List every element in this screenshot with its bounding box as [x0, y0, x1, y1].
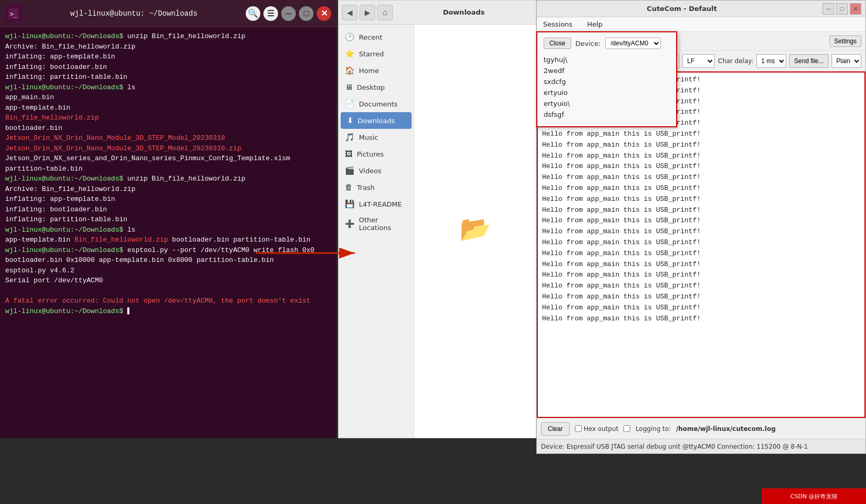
terminal-line: app-template.bin	[5, 103, 331, 113]
fm-sidebar: 🕐 Recent ⭐ Starred 🏠 Home 🖥 Desktop 📄 Do…	[339, 25, 414, 438]
sidebar-item-label: Other Locations	[359, 216, 407, 232]
cutecom-maximize-btn[interactable]: □	[836, 3, 848, 15]
fm-back-btn[interactable]: ◀	[342, 5, 357, 20]
sidebar-item-label: Videos	[359, 167, 381, 175]
sidebar-item-desktop[interactable]: 🖥 Desktop	[339, 79, 414, 95]
logging-checkbox-label[interactable]	[623, 425, 630, 432]
terminal-line: inflating: bootloader.bin	[5, 62, 331, 73]
plain-select[interactable]: Plain Hex	[832, 54, 861, 68]
terminal-line: Jetson_Orin_NX_series_and_Orin_Nano_seri…	[5, 153, 331, 164]
terminal-title: wjl-linux@ubuntu: ~/Downloads	[22, 9, 246, 18]
terminal-line: Jetson_Orin_NX_Orin_Nano_Module_3D_STEP_…	[5, 143, 331, 154]
terminal-line: inflating: bootloader.bin	[5, 205, 331, 215]
terminal-close-btn[interactable]: ✕	[317, 6, 331, 21]
lf-select[interactable]: LF CR CRLF	[682, 54, 715, 68]
music-icon: 🎵	[345, 133, 355, 142]
fm-main-area: 🕐 Recent ⭐ Starred 🏠 Home 🖥 Desktop 📄 Do…	[339, 25, 536, 438]
send-file-btn[interactable]: Send file...	[789, 54, 828, 68]
sidebar-item-other-locations[interactable]: ➕ Other Locations	[339, 212, 414, 235]
terminal-line: Bin_file_helloworld.zip	[5, 113, 331, 123]
sidebar-item-label: Pictures	[357, 150, 383, 158]
sidebar-item-documents[interactable]: 📄 Documents	[339, 95, 414, 112]
terminal-line: inflating: app-template.bin	[5, 194, 331, 205]
session-item[interactable]: ertyuio\	[544, 98, 670, 109]
terminal-line: wjl-linux@ubuntu:~/Downloads$ ls	[5, 225, 331, 235]
sessions-close-btn[interactable]: Close	[544, 38, 571, 49]
output-line: Hello from app_main this is USB_printf!	[542, 151, 860, 162]
output-line: Hello from app_main this is USB_printf!	[542, 205, 860, 216]
terminal-line: Archive: Bin_file_helloworld.zip	[5, 42, 331, 52]
logging-label: Logging to:	[635, 425, 671, 433]
terminal-line: Archive: Bin_file_helloworld.zip	[5, 184, 331, 195]
cutecom-close-btn[interactable]: ✕	[850, 3, 861, 15]
cutecom-titlebar: CuteCom - Default ─ □ ✕	[537, 1, 865, 17]
sidebar-item-label: Home	[359, 67, 379, 75]
folder-icon: 📂	[460, 214, 491, 244]
output-line: Hello from app_main this is USB_printf!	[542, 259, 860, 270]
hex-output-checkbox-label[interactable]: Hex output	[575, 425, 619, 433]
cutecom-status-bar: Device: Espressif USB JTAG serial debug …	[537, 439, 865, 453]
sessions-close-row: Close Device: /dev/ttyACM0	[537, 35, 676, 51]
sidebar-item-pictures[interactable]: 🖼 Pictures	[339, 146, 414, 162]
terminal-line: wjl-linux@ubuntu:~/Downloads$ ls	[5, 82, 331, 93]
cutecom-minimize-btn[interactable]: ─	[823, 3, 834, 15]
session-item[interactable]: ertyuio	[544, 87, 670, 98]
terminal-minimize-btn[interactable]: ─	[281, 6, 296, 21]
menu-help[interactable]: Help	[584, 19, 606, 29]
terminal-line: app_main.bin	[5, 92, 331, 103]
session-item[interactable]: tgyhuj\	[544, 54, 670, 65]
terminal-window[interactable]: >_ wjl-linux@ubuntu: ~/Downloads 🔍 ☰ ─ □…	[0, 0, 336, 438]
terminal-line: inflating: partition-table.bin	[5, 72, 331, 82]
sidebar-item-label: Recent	[359, 33, 382, 41]
terminal-menu-btn[interactable]: ☰	[263, 6, 278, 21]
terminal-body: wjl-linux@ubuntu:~/Downloads$ unzip Bin_…	[0, 27, 336, 438]
sidebar-item-music[interactable]: 🎵 Music	[339, 129, 414, 146]
sidebar-item-trash[interactable]: 🗑 Trash	[339, 179, 414, 196]
clear-btn[interactable]: Clear	[541, 422, 570, 436]
fm-home-btn[interactable]: ⌂	[377, 5, 393, 20]
terminal-search-btn[interactable]: 🔍	[246, 6, 260, 21]
sidebar-item-label: Downloads	[358, 117, 395, 125]
output-line: Hello from app_main this is USB_printf!	[542, 292, 860, 303]
terminal-icon: >_	[5, 5, 22, 22]
char-delay-select[interactable]: 1 ms 0 ms 5 ms	[756, 54, 786, 68]
menu-sessions[interactable]: Sessions	[540, 19, 575, 29]
session-item[interactable]: sxdcfg	[544, 76, 670, 87]
sidebar-item-starred[interactable]: ⭐ Starred	[339, 45, 414, 62]
sidebar-item-videos[interactable]: 🎬 Videos	[339, 162, 414, 179]
sidebar-item-recent[interactable]: 🕐 Recent	[339, 29, 414, 45]
sessions-dropdown: Close Device: /dev/ttyACM0 tgyhuj\2wedfs…	[536, 31, 677, 127]
videos-icon: 🎬	[345, 166, 355, 175]
terminal-line: bootloader.bin	[5, 123, 331, 134]
sidebar-item-home[interactable]: 🏠 Home	[339, 62, 414, 79]
fm-forward-btn[interactable]: ▶	[359, 5, 375, 20]
home-icon: 🏠	[345, 66, 355, 75]
terminal-line: wjl-linux@ubuntu:~/Downloads$ esptool.py…	[5, 245, 331, 266]
output-line: Hello from app_main this is USB_printf!	[542, 129, 860, 140]
settings-btn[interactable]: Settings	[829, 35, 861, 47]
sidebar-item-downloads[interactable]: ⬇ Downloads	[341, 112, 412, 129]
session-item[interactable]: dsfsgf	[544, 109, 670, 120]
terminal-line: partition-table.bin	[5, 164, 331, 174]
other-locations-icon: ➕	[345, 219, 355, 229]
terminal-line: A fatal error occurred: Could not open /…	[5, 296, 331, 306]
terminal-line: inflating: app-template.bin	[5, 52, 331, 62]
session-item[interactable]: 2wedf	[544, 65, 670, 76]
output-line: Hello from app_main this is USB_printf!	[542, 140, 860, 151]
output-line: Hello from app_main this is USB_printf!	[542, 161, 860, 172]
output-line: Hello from app_main this is USB_printf!	[542, 270, 860, 281]
sidebar-item-label: Music	[359, 134, 378, 141]
watermark-text: CSDN @好奇龙猫	[790, 493, 837, 500]
hex-output-checkbox[interactable]	[575, 425, 582, 432]
terminal-maximize-btn[interactable]: □	[299, 6, 314, 21]
filemanager-window: ◀ ▶ ⌂ Downloads 🕐 Recent ⭐ Starred 🏠 Hom…	[338, 0, 536, 438]
output-line: Hello from app_main this is USB_printf!	[542, 314, 860, 325]
terminal-line: Serial port /dev/ttyACM0	[5, 275, 331, 286]
fm-path-label: Downloads	[395, 8, 533, 16]
desktop-icon: 🖥	[345, 82, 353, 92]
logging-checkbox[interactable]	[623, 425, 630, 432]
trash-icon: 🗑	[345, 183, 353, 192]
sessions-device-select[interactable]: /dev/ttyACM0	[605, 38, 661, 49]
output-line: Hello from app_main this is USB_printf!	[542, 237, 860, 248]
sidebar-item-l4t-readme[interactable]: 💾 L4T-README	[339, 196, 414, 212]
